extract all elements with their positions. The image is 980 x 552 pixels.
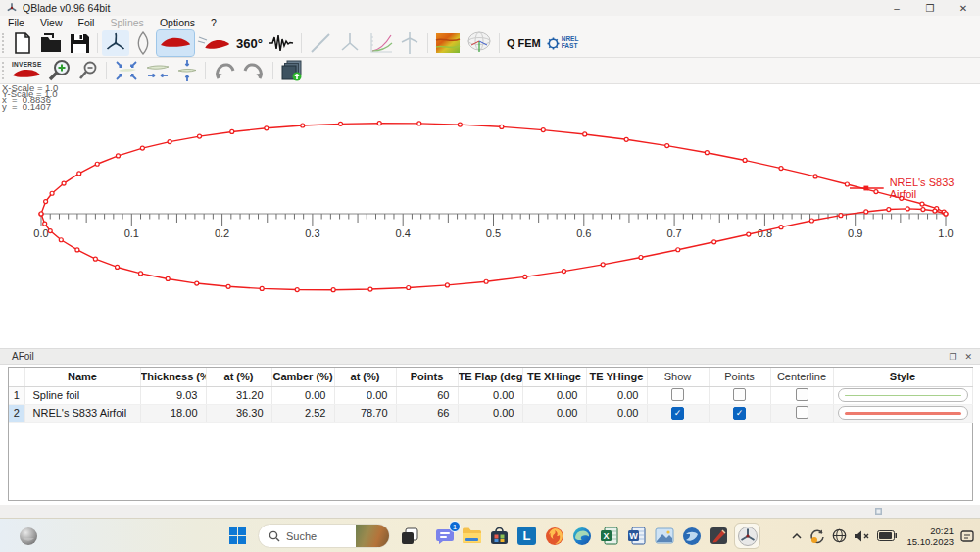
column-header[interactable]: Thickness (%) (140, 368, 206, 386)
points-checkbox[interactable] (709, 386, 770, 404)
value-cell[interactable]: 0.00 (522, 404, 586, 422)
pen-app-button[interactable] (707, 524, 731, 548)
foil-name-cell[interactable]: NREL's S833 Airfoil (24, 404, 140, 422)
thunderbird-button[interactable] (679, 524, 704, 548)
rotor-simulation-button[interactable] (335, 30, 365, 56)
derotate-foil-button[interactable] (142, 58, 173, 83)
direct-foil-design-button[interactable] (157, 30, 194, 56)
edge-button[interactable] (569, 524, 594, 548)
line-style-editor[interactable] (838, 406, 968, 420)
store-button[interactable] (487, 524, 512, 548)
word-button[interactable]: W (624, 524, 649, 548)
value-cell[interactable]: 36.30 (206, 404, 271, 422)
column-header[interactable]: Centerline (770, 368, 833, 386)
points-checkbox[interactable] (733, 407, 746, 420)
search-box[interactable]: Suche (258, 524, 390, 548)
menu-item-foil[interactable]: Foil (71, 16, 103, 29)
value-cell[interactable]: 2.52 (271, 404, 334, 422)
foil-plot-canvas[interactable]: X-Scale = 1.0 Y-Scale = 1.0 x = 0.8836 y… (0, 84, 980, 348)
chat-button[interactable]: 1 (432, 524, 457, 548)
polar-360-button[interactable]: 360° (233, 30, 266, 56)
value-cell[interactable]: 9.03 (140, 386, 206, 404)
network-globe-icon[interactable] (832, 528, 847, 543)
value-cell[interactable]: 66 (396, 404, 458, 422)
centerline-checkbox[interactable] (770, 404, 833, 422)
start-button[interactable] (225, 524, 250, 548)
value-cell[interactable]: 0.00 (458, 404, 522, 422)
column-header[interactable]: Points (396, 368, 458, 386)
photos-button[interactable] (652, 524, 676, 548)
centerline-checkbox[interactable] (796, 406, 808, 419)
line-style-editor[interactable] (838, 388, 968, 402)
tray-clock[interactable]: 20:21 15.10.2023 (906, 526, 954, 547)
restore-button[interactable]: ❐ (913, 0, 947, 16)
excel-button[interactable]: X (597, 524, 621, 548)
notification-center-icon[interactable] (960, 529, 974, 543)
qflem-module-button[interactable] (432, 30, 464, 56)
qblade-taskbar-button[interactable] (735, 524, 760, 548)
column-header[interactable]: TE Flap (deg) (458, 368, 522, 386)
fast-module-button[interactable]: NREL FAST (544, 30, 582, 56)
menu-item-view[interactable]: View (32, 16, 71, 29)
multi-parameter-sim-button[interactable] (365, 30, 396, 56)
onedrive-sync-icon[interactable] (809, 528, 825, 544)
column-header[interactable]: Points (709, 368, 770, 386)
show-checkbox[interactable] (647, 386, 709, 404)
points-checkbox[interactable] (733, 388, 746, 401)
row-number[interactable]: 2 (9, 404, 24, 422)
battery-icon[interactable] (877, 530, 897, 541)
panel-float-icon[interactable]: ❐ (949, 352, 956, 362)
show-checkbox[interactable] (671, 388, 684, 401)
firefox-button[interactable] (542, 524, 566, 548)
value-cell[interactable]: 0.00 (522, 386, 586, 404)
column-header[interactable]: Style (833, 368, 972, 386)
tray-chevron-icon[interactable] (791, 531, 803, 541)
row-number[interactable]: 1 (9, 386, 24, 404)
minimize-button[interactable]: – (880, 0, 913, 16)
value-cell[interactable]: 78.70 (334, 404, 396, 422)
file-explorer-button[interactable] (460, 524, 484, 548)
panel-close-icon[interactable]: ✕ (964, 352, 972, 362)
qfem-module-button[interactable]: Q FEM (504, 30, 544, 56)
column-header[interactable]: TE YHinge (586, 368, 647, 386)
new-project-button[interactable] (9, 30, 36, 56)
normalize-height-button[interactable] (173, 58, 201, 83)
rotor-module-button[interactable] (102, 30, 129, 56)
zoom-in-button[interactable] (45, 58, 74, 83)
qlem-sphere-button[interactable] (464, 30, 495, 56)
foil-name-cell[interactable]: Spline foil (24, 386, 140, 404)
toolbar-drag-handle[interactable] (2, 33, 6, 53)
save-project-button[interactable] (66, 30, 93, 56)
undo-button[interactable] (210, 58, 239, 83)
noise-simulation-button[interactable] (266, 30, 297, 56)
store-foil-button[interactable] (277, 58, 307, 83)
inverse-design-button[interactable]: INVERSE (9, 58, 45, 83)
column-header[interactable]: at (%) (206, 368, 271, 386)
value-cell[interactable]: 0.00 (334, 386, 396, 404)
foil-row[interactable]: 1Spline foil9.0331.200.000.00600.000.000… (9, 386, 972, 404)
blade-design-button[interactable] (306, 30, 335, 56)
l-app-button[interactable]: L (514, 524, 539, 548)
zoom-out-button[interactable] (74, 58, 102, 83)
task-view-button[interactable] (397, 524, 421, 548)
points-checkbox[interactable] (709, 404, 770, 422)
redo-button[interactable] (239, 58, 269, 83)
turbine-simulation-button[interactable] (396, 30, 423, 56)
show-checkbox[interactable] (647, 404, 709, 422)
value-cell[interactable]: 31.20 (206, 386, 271, 404)
centerline-checkbox[interactable] (770, 386, 833, 404)
column-header[interactable]: Camber (%) (271, 368, 334, 386)
style-cell[interactable] (833, 404, 972, 422)
centerline-checkbox[interactable] (796, 388, 808, 401)
foil-row[interactable]: 2NREL's S833 Airfoil18.0036.302.5278.706… (9, 404, 972, 422)
show-checkbox[interactable] (671, 407, 684, 420)
value-cell[interactable]: 0.00 (586, 404, 647, 422)
style-cell[interactable] (833, 386, 972, 404)
normalize-foil-button[interactable] (111, 58, 142, 83)
resize-grip-icon[interactable] (875, 508, 882, 515)
value-cell[interactable]: 0.00 (458, 386, 522, 404)
column-header[interactable]: TE XHinge (522, 368, 586, 386)
foil-outline-button[interactable] (129, 30, 157, 56)
value-cell[interactable]: 60 (396, 386, 458, 404)
close-button[interactable]: ✕ (947, 0, 980, 16)
